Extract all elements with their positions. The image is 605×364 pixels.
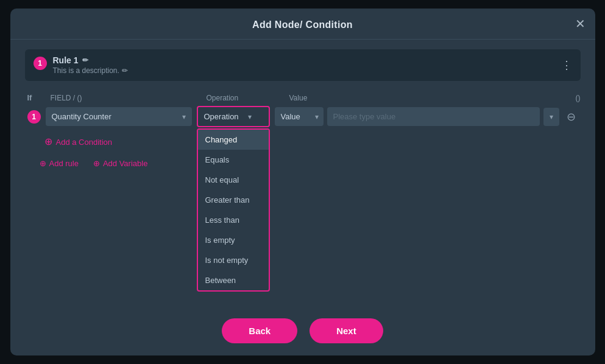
header-field: FIELD / (): [51, 94, 197, 102]
bottom-links: ⊕ Add rule ⊕ Add Variable: [25, 153, 581, 168]
add-rule-label: Add rule: [49, 159, 79, 168]
rule-badge: 1: [34, 57, 47, 70]
add-condition-row[interactable]: ⊕ Add a Condition: [25, 133, 581, 147]
value-dropdown-button[interactable]: ▾: [543, 108, 559, 126]
add-variable-button[interactable]: ⊕ Add Variable: [93, 159, 147, 168]
condition-row-badge: 1: [27, 110, 41, 124]
modal-header: Add Node/ Condition ✕: [10, 9, 595, 40]
close-button[interactable]: ✕: [575, 18, 586, 30]
dropdown-item-less-than[interactable]: Less than: [198, 210, 269, 230]
add-rule-button[interactable]: ⊕ Add rule: [40, 159, 79, 168]
modal-body: 1 Rule 1 ✏ This is a description. ✏ ⋮: [10, 40, 595, 307]
modal: Add Node/ Condition ✕ 1 Rule 1 ✏ This is…: [10, 9, 595, 355]
rule-name: Rule 1 ✏: [53, 55, 128, 65]
dropdown-item-between[interactable]: Between: [198, 270, 269, 290]
header-value: Value: [289, 94, 557, 102]
remove-condition-button[interactable]: ⊖: [564, 109, 578, 125]
back-button[interactable]: Back: [222, 318, 297, 343]
rule-desc-edit-icon[interactable]: ✏: [122, 66, 128, 75]
operation-dropdown: Changed Equals Not equal Greater than Le…: [197, 128, 270, 292]
if-label: If: [27, 93, 46, 102]
dropdown-item-equals[interactable]: Equals: [198, 150, 269, 170]
modal-overlay: Add Node/ Condition ✕ 1 Rule 1 ✏ This is…: [0, 0, 605, 364]
add-condition-icon: ⊕: [44, 137, 52, 147]
dropdown-item-not-equal[interactable]: Not equal: [198, 170, 269, 190]
header-operation: Operation: [207, 94, 280, 102]
add-variable-icon: ⊕: [93, 159, 100, 168]
dropdown-item-is-not-empty[interactable]: Is not empty: [198, 250, 269, 270]
rule-description: This is a description. ✏: [53, 66, 128, 75]
rule-card: 1 Rule 1 ✏ This is a description. ✏ ⋮: [25, 49, 581, 81]
operation-trigger[interactable]: Operation: [197, 106, 270, 127]
operation-dropdown-container: Operation Changed Equals Not equal Great…: [197, 106, 270, 127]
value-select-wrapper: Value: [275, 107, 324, 126]
add-variable-label: Add Variable: [103, 159, 147, 168]
modal-title: Add Node/ Condition: [252, 19, 353, 30]
rule-menu-button[interactable]: ⋮: [561, 58, 572, 72]
dropdown-item-changed[interactable]: Changed: [198, 130, 269, 150]
condition-row: 1 Quantity Counter Operation Changed: [25, 106, 581, 127]
header-paren: (): [562, 94, 581, 102]
add-condition-label: Add a Condition: [56, 138, 113, 147]
modal-footer: Back Next: [10, 307, 595, 355]
field-select[interactable]: Quantity Counter: [46, 107, 192, 126]
field-select-wrapper: Quantity Counter: [46, 107, 192, 126]
value-type-select[interactable]: Value: [275, 107, 324, 126]
value-input[interactable]: [327, 107, 540, 126]
value-area: Value ▾: [275, 107, 559, 126]
dropdown-item-greater-than[interactable]: Greater than: [198, 190, 269, 210]
dropdown-item-is-empty[interactable]: Is empty: [198, 230, 269, 250]
add-rule-icon: ⊕: [40, 159, 46, 168]
rule-name-edit-icon[interactable]: ✏: [82, 56, 88, 65]
next-button[interactable]: Next: [310, 318, 383, 343]
condition-area: If FIELD / () Operation Value () 1 Quant…: [25, 89, 581, 153]
